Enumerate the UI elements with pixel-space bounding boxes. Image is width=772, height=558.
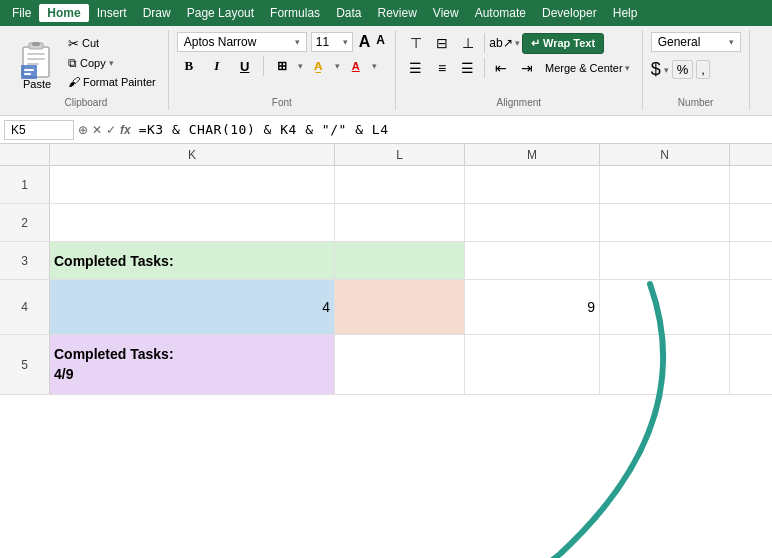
text-angle-dropdown[interactable]: ▾ xyxy=(515,38,520,48)
cell-L1[interactable] xyxy=(335,166,465,203)
copy-button[interactable]: ⧉ Copy ▾ xyxy=(64,54,160,72)
svg-rect-1 xyxy=(27,53,45,55)
menu-insert[interactable]: Insert xyxy=(89,4,135,22)
cell-M3[interactable] xyxy=(465,242,600,279)
cell-N5[interactable] xyxy=(600,335,730,394)
font-group-label: Font xyxy=(169,97,395,108)
number-format-value: General xyxy=(658,35,701,49)
row-num-header-corner xyxy=(0,144,50,165)
font-color-button[interactable]: A xyxy=(344,55,368,77)
align-left-button[interactable]: ☰ xyxy=(404,57,428,79)
menu-home[interactable]: Home xyxy=(39,4,88,22)
font-name-chevron: ▾ xyxy=(295,37,300,47)
cell-K5[interactable]: Completed Tasks: 4/9 xyxy=(50,335,335,394)
italic-button[interactable]: I xyxy=(205,55,229,77)
svg-rect-5 xyxy=(32,42,40,46)
currency-button[interactable]: $ xyxy=(651,59,661,80)
clipboard-group-label: Clipboard xyxy=(4,97,168,108)
row-number-3: 3 xyxy=(0,242,50,279)
cell-ref-value: K5 xyxy=(11,123,26,137)
cell-M2[interactable] xyxy=(465,204,600,241)
menu-help[interactable]: Help xyxy=(605,4,646,22)
col-header-K[interactable]: K xyxy=(50,144,335,165)
svg-rect-3 xyxy=(27,63,39,65)
menu-data[interactable]: Data xyxy=(328,4,369,22)
cell-N3[interactable] xyxy=(600,242,730,279)
confirm-formula-icon[interactable]: ✓ xyxy=(106,123,116,137)
paste-label: Paste xyxy=(23,78,51,90)
font-size-dropdown[interactable]: 11 ▾ xyxy=(311,32,353,52)
cancel-formula-icon[interactable]: ✕ xyxy=(92,123,102,137)
paste-button[interactable]: Paste xyxy=(12,32,62,92)
wrap-text-button[interactable]: ↵ Wrap Text xyxy=(522,33,604,54)
menu-file[interactable]: File xyxy=(4,4,39,22)
copy-dropdown-icon[interactable]: ▾ xyxy=(109,58,114,68)
align-bottom-button[interactable]: ⊥ xyxy=(456,32,480,54)
menu-automate[interactable]: Automate xyxy=(467,4,534,22)
border-button[interactable]: ⊞ xyxy=(270,55,294,77)
align-divider2 xyxy=(484,58,485,78)
decrease-font-size-button[interactable]: A xyxy=(374,33,387,51)
cell-L5[interactable] xyxy=(335,335,465,394)
cell-K4[interactable]: 4 xyxy=(50,280,335,334)
menu-formulas[interactable]: Formulas xyxy=(262,4,328,22)
cell-M5[interactable] xyxy=(465,335,600,394)
cell-M4[interactable]: 9 xyxy=(465,280,600,334)
alignment-group-label: Alignment xyxy=(396,97,642,108)
col-header-L[interactable]: L xyxy=(335,144,465,165)
cut-button[interactable]: ✂ Cut xyxy=(64,34,160,53)
cell-L2[interactable] xyxy=(335,204,465,241)
font-name-dropdown[interactable]: Aptos Narrow ▾ xyxy=(177,32,307,52)
cell-N4[interactable] xyxy=(600,280,730,334)
col-header-N[interactable]: N xyxy=(600,144,730,165)
border-dropdown-icon[interactable]: ▾ xyxy=(298,61,303,71)
bold-button[interactable]: B xyxy=(177,55,201,77)
cell-K1[interactable] xyxy=(50,166,335,203)
merge-center-button[interactable]: Merge & Center ▾ xyxy=(541,60,634,76)
col-header-M[interactable]: M xyxy=(465,144,600,165)
svg-rect-7 xyxy=(24,69,34,71)
font-size-chevron: ▾ xyxy=(343,37,348,47)
clipboard-group: Paste ✂ Cut ⧉ Copy ▾ 🖌 Format Painter xyxy=(4,30,169,110)
menu-developer[interactable]: Developer xyxy=(534,4,605,22)
cell-L3[interactable] xyxy=(335,242,465,279)
name-box-expand-icon[interactable]: ⊕ xyxy=(78,123,88,137)
comma-button[interactable]: , xyxy=(696,60,710,79)
insert-function-icon[interactable]: fx xyxy=(120,123,131,137)
formula-bar: K5 ⊕ ✕ ✓ fx =K3 & CHAR(10) & K4 & "/" & … xyxy=(0,116,772,144)
increase-indent-button[interactable]: ⇥ xyxy=(515,57,539,79)
format-painter-button[interactable]: 🖌 Format Painter xyxy=(64,73,160,91)
cell-K3[interactable]: Completed Tasks: xyxy=(50,242,335,279)
decrease-indent-button[interactable]: ⇤ xyxy=(489,57,513,79)
menu-view[interactable]: View xyxy=(425,4,467,22)
menu-review[interactable]: Review xyxy=(369,4,424,22)
fill-color-button[interactable]: A̲ xyxy=(307,55,331,77)
cell-K5-line2: 4/9 xyxy=(54,365,73,385)
text-angle-button[interactable]: ab↗ xyxy=(489,32,513,54)
cell-K2[interactable] xyxy=(50,204,335,241)
menu-page-layout[interactable]: Page Layout xyxy=(179,4,262,22)
currency-dropdown-icon[interactable]: ▾ xyxy=(664,65,669,75)
number-format-chevron: ▾ xyxy=(729,37,734,47)
font-color-dropdown-icon[interactable]: ▾ xyxy=(372,61,377,71)
cell-N1[interactable] xyxy=(600,166,730,203)
fill-dropdown-icon[interactable]: ▾ xyxy=(335,61,340,71)
cell-N2[interactable] xyxy=(600,204,730,241)
align-right-button[interactable]: ☰ xyxy=(456,57,480,79)
cell-reference-box[interactable]: K5 xyxy=(4,120,74,140)
percent-button[interactable]: % xyxy=(672,60,694,79)
align-top-button[interactable]: ⊤ xyxy=(404,32,428,54)
underline-button[interactable]: U xyxy=(233,55,257,77)
formula-input[interactable]: =K3 & CHAR(10) & K4 & "/" & L4 xyxy=(135,122,768,137)
menu-draw[interactable]: Draw xyxy=(135,4,179,22)
cell-L4[interactable] xyxy=(335,280,465,334)
number-format-dropdown[interactable]: General ▾ xyxy=(651,32,741,52)
merge-dropdown-icon[interactable]: ▾ xyxy=(625,63,630,73)
align-middle-button[interactable]: ⊟ xyxy=(430,32,454,54)
increase-font-size-button[interactable]: A xyxy=(357,33,373,51)
number-group-label: Number xyxy=(643,97,749,108)
align-center-button[interactable]: ≡ xyxy=(430,57,454,79)
cell-M1[interactable] xyxy=(465,166,600,203)
row-number-4: 4 xyxy=(0,280,50,334)
cell-K5-line1: Completed Tasks: xyxy=(54,345,174,365)
